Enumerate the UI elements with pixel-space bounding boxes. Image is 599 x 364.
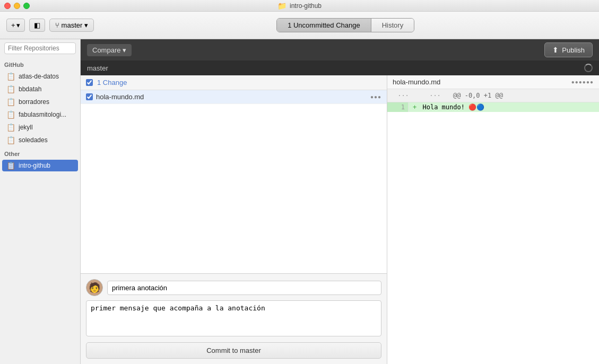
other-group-label: Other [0,146,80,159]
tab-bar: 1 Uncommitted Change History [276,18,414,32]
toolbar: + ▾ ◧ ⑂ master ▾ 1 Uncommitted Change Hi… [0,12,599,39]
branch-name-toolbar: master [62,21,83,29]
content-area: Compare ▾ ⬆ Publish master 1 Change [81,39,599,364]
add-label: + [11,21,15,29]
repo-icon: 📋 [6,85,15,93]
diff-meta-text: @@ -0,0 +1 @@ [451,91,505,100]
branch-selector[interactable]: ⑂ master ▾ [49,19,94,32]
window-title: 📁 intro-github [277,2,322,10]
diff-meta-dots-right: ··· [419,91,451,100]
sidebar-item-atlas-de-datos[interactable]: 📋 atlas-de-datos [2,71,78,82]
diff-meta-dots-left: ··· [387,91,419,100]
publish-label: Publish [562,46,585,54]
commit-description-input[interactable]: primer mensaje que acompaña a la anotaci… [86,300,381,336]
tab-history[interactable]: History [371,19,414,32]
add-dropdown-icon: ▾ [16,21,20,29]
add-button[interactable]: + ▾ [6,19,25,32]
github-group-label: GitHub [0,57,80,70]
sidebar-item-borradores[interactable]: 📋 borradores [2,96,78,108]
diff-header: hola-mundo.md ●●●●●● [387,75,599,89]
content-topbar: Compare ▾ ⬆ Publish [81,39,599,60]
files-header: 1 Change [81,75,387,90]
branch-icon: ⑂ [55,21,59,29]
tab-uncommitted[interactable]: 1 Uncommitted Change [277,19,371,32]
file-checkbox[interactable] [86,93,93,100]
file-status-dots: ●●● [370,94,381,100]
compare-button[interactable]: Compare ▾ [87,44,132,56]
diff-header-dots: ●●●●●● [571,79,594,85]
sidebar-item-fabulasmitologi[interactable]: 📋 fabulasmitologi... [2,109,78,120]
diff-meta-row: ··· ··· @@ -0,0 +1 @@ [387,89,599,102]
minimize-button[interactable] [14,3,20,9]
main-layout: GitHub 📋 atlas-de-datos 📋 bbdatah 📋 borr… [0,39,599,364]
close-button[interactable] [4,3,11,9]
commit-summary-input[interactable] [107,281,381,295]
repo-icon: 📋 [6,98,15,106]
commit-area: 🧑 primer mensaje que acompaña a la anota… [81,273,387,364]
diff-line-number: 1 [387,102,409,112]
files-list: hola-mundo.md ●●● [81,90,387,273]
commit-button[interactable]: Commit to master [86,342,381,359]
diff-added-marker: + [413,103,416,111]
commit-summary-row: 🧑 [86,279,381,296]
publish-button[interactable]: ⬆ Publish [544,42,593,57]
sidebar-item-soledades[interactable]: 📋 soledades [2,134,78,146]
maximize-button[interactable] [23,3,30,9]
publish-icon: ⬆ [552,46,559,54]
folder-icon: 📁 [277,2,287,10]
files-count-label: 1 Change [97,79,127,86]
window-controls [4,3,30,9]
repo-icon: 📋 [6,110,15,119]
branch-dropdown-icon: ▾ [84,21,88,29]
diff-panel: hola-mundo.md ●●●●●● ··· ··· @@ -0,0 +1 … [387,75,599,364]
repo-icon: 📋 [6,136,15,144]
avatar: 🧑 [86,279,103,296]
compare-dropdown-icon: ▾ [123,46,126,54]
repo-icon: 📋 [6,72,15,81]
list-item[interactable]: hola-mundo.md ●●● [81,90,387,104]
sidebar-filter-container [0,39,80,57]
files-panel: 1 Change hola-mundo.md ●●● 🧑 primer m [81,75,387,364]
loading-spinner [584,64,593,72]
title-bar: 📁 intro-github [0,0,599,12]
panels: 1 Change hola-mundo.md ●●● 🧑 primer m [81,75,599,364]
repo-icon: 📋 [6,123,15,132]
file-name: hola-mundo.md [96,93,367,101]
sidebar-toggle-button[interactable]: ◧ [29,19,45,32]
diff-filename: hola-mundo.md [393,78,440,86]
branch-bar: master [81,60,599,75]
sidebar-icon: ◧ [34,21,40,29]
sidebar-item-bbdatah[interactable]: 📋 bbdatah [2,83,78,95]
diff-line-added: 1 + Hola mundo! 🔴🔵 [387,102,599,112]
diff-content[interactable]: ··· ··· @@ -0,0 +1 @@ 1 + Hola mundo! 🔴🔵 [387,89,599,364]
diff-line-content: + Hola mundo! 🔴🔵 [409,102,599,112]
sidebar-item-jekyll[interactable]: 📋 jekyll [2,122,78,133]
branch-name: master [87,64,108,72]
repo-icon: 📋 [6,161,15,170]
filter-repositories-input[interactable] [4,42,76,54]
compare-label: Compare [92,46,120,54]
select-all-checkbox[interactable] [86,79,93,86]
sidebar-item-intro-github[interactable]: 📋 intro-github [2,160,78,171]
sidebar: GitHub 📋 atlas-de-datos 📋 bbdatah 📋 borr… [0,39,81,364]
